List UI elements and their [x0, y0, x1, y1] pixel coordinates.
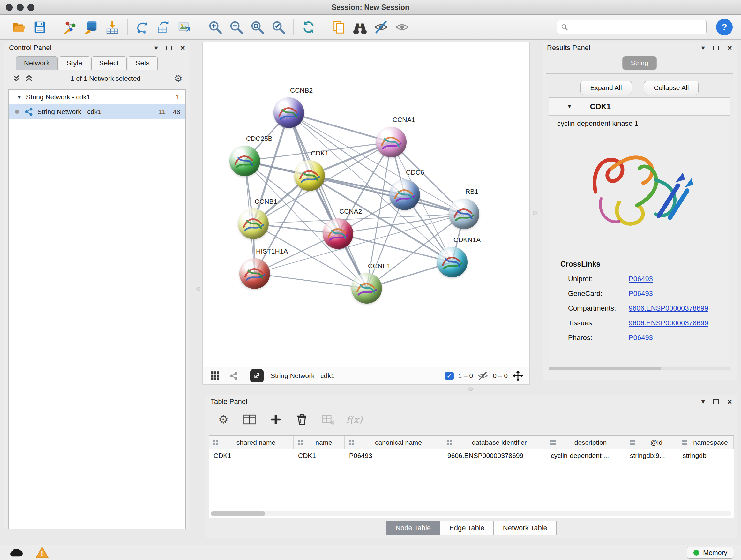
network-node-ccnb2[interactable] [273, 98, 304, 128]
table-horizontal-scrollbar[interactable] [211, 511, 731, 516]
import-network-file-button[interactable] [61, 18, 79, 37]
close-panel-icon[interactable]: × [727, 398, 732, 405]
network-node-ccne1[interactable] [351, 273, 382, 304]
zoom-fit-button[interactable] [248, 18, 266, 37]
network-node-cdk1[interactable] [294, 160, 325, 191]
network-node-cdc25b[interactable] [229, 145, 260, 176]
network-node-rb1[interactable] [449, 199, 479, 229]
function-builder-button-disabled[interactable]: f(x) [347, 412, 362, 427]
export-image-button[interactable] [176, 18, 194, 37]
expand-all-tree-icon[interactable] [24, 74, 34, 83]
splitter-handle[interactable] [196, 287, 200, 291]
tree-expander-icon[interactable]: ▼ [17, 95, 22, 100]
help-button[interactable]: ? [716, 19, 733, 36]
zoom-in-button[interactable] [206, 18, 224, 37]
cell-shared-name[interactable]: CDK1 [209, 449, 293, 462]
network-node-ccna2[interactable] [323, 219, 353, 249]
cell-canonical-name[interactable]: P06493 [345, 449, 443, 462]
tab-edge-table[interactable]: Edge Table [440, 521, 494, 535]
delete-column-button[interactable] [294, 412, 310, 427]
panel-menu-icon[interactable]: ▾ [154, 44, 158, 51]
crosslink-uniprot-link[interactable]: P06493 [629, 275, 653, 283]
table-options-gear-icon[interactable]: ⚙ [216, 412, 231, 427]
float-panel-icon[interactable] [713, 46, 719, 51]
cell-namespace[interactable]: stringdb [678, 449, 734, 462]
show-graphics-details-button[interactable] [393, 18, 411, 37]
pan-move-icon[interactable] [512, 370, 524, 381]
float-panel-icon[interactable] [713, 399, 719, 404]
gene-name: CDK1 [590, 102, 611, 111]
open-session-button[interactable] [10, 18, 28, 37]
close-panel-icon[interactable]: × [180, 44, 185, 51]
network-collection-row[interactable]: ▼ String Network - cdk1 1 [9, 90, 185, 105]
network-node-cdkn1a[interactable] [437, 247, 468, 277]
tab-node-table[interactable]: Node Table [386, 521, 440, 535]
node-section-header[interactable]: ▼ CDK1 [549, 98, 730, 116]
search-network-button[interactable] [351, 18, 369, 37]
collapse-all-tree-icon[interactable] [11, 74, 21, 83]
zoom-out-button[interactable] [227, 18, 246, 37]
delete-table-button-disabled[interactable] [320, 412, 336, 427]
table-row[interactable]: CDK1 CDK1 P06493 9606.ENSP00000378699 cy… [209, 449, 734, 462]
hide-graphics-details-button[interactable] [372, 18, 390, 37]
crosslink-pharos-link[interactable]: P06493 [629, 334, 653, 342]
search-input[interactable] [568, 23, 702, 31]
panel-menu-icon[interactable]: ▾ [701, 398, 705, 405]
new-network-button[interactable] [133, 18, 152, 37]
network-collection-label: String Network - cdk1 [26, 93, 90, 101]
crosslink-tissues-link[interactable]: 9606.ENSP00000378699 [629, 319, 709, 327]
open-in-new-window-button[interactable] [250, 369, 264, 382]
tab-select[interactable]: Select [91, 56, 127, 70]
cell-description[interactable]: cyclin-dependent ... [546, 449, 625, 462]
column-header-id[interactable]: @id [625, 436, 678, 449]
cell-id[interactable]: stringdb:9... [625, 449, 678, 462]
tab-network-table[interactable]: Network Table [494, 521, 556, 535]
close-panel-icon[interactable]: × [727, 44, 732, 51]
network-overview-button[interactable] [227, 369, 240, 382]
plus-icon [269, 413, 282, 426]
column-header-shared-name[interactable]: shared name [209, 436, 293, 449]
cell-name[interactable]: CDK1 [293, 449, 345, 462]
memory-button[interactable]: Memory [687, 547, 734, 559]
expand-all-button[interactable]: Expand All [581, 81, 632, 95]
section-expander-icon[interactable]: ▼ [567, 104, 572, 110]
tab-network[interactable]: Network [16, 56, 58, 70]
network-row-selected[interactable]: String Network - cdk1 11 48 [9, 105, 185, 119]
tab-sets[interactable]: Sets [128, 56, 158, 70]
save-session-button[interactable] [30, 18, 49, 37]
network-options-gear-icon[interactable]: ⚙ [174, 73, 183, 84]
zoom-selected-button[interactable] [269, 18, 287, 37]
network-node-cdc6[interactable] [389, 179, 420, 210]
column-header-name[interactable]: name [293, 436, 345, 449]
panel-menu-icon[interactable]: ▾ [701, 44, 705, 51]
tab-style[interactable]: Style [59, 56, 90, 70]
tab-string[interactable]: String [623, 56, 657, 70]
column-header-canonical-name[interactable]: canonical name [345, 436, 443, 449]
cloud-status-button[interactable] [7, 546, 25, 559]
crosslink-compartments-link[interactable]: 9606.ENSP00000378699 [629, 304, 709, 313]
scrollbar-thumb[interactable] [211, 511, 265, 516]
import-network-database-button[interactable] [82, 18, 100, 37]
float-panel-icon[interactable] [166, 46, 172, 51]
splitter-handle[interactable] [533, 211, 537, 215]
column-header-namespace[interactable]: namespace [678, 436, 734, 449]
clone-network-button[interactable] [154, 18, 173, 37]
birds-eye-view-button[interactable] [208, 369, 222, 382]
splitter-handle[interactable] [468, 387, 473, 391]
column-header-database-identifier[interactable]: database identifier [443, 436, 546, 449]
network-node-ccnb1[interactable] [238, 208, 269, 239]
collapse-all-button[interactable]: Collapse All [644, 81, 699, 95]
refresh-view-button[interactable] [299, 18, 318, 37]
show-columns-button[interactable] [242, 412, 257, 427]
cell-database-identifier[interactable]: 9606.ENSP00000378699 [443, 449, 546, 462]
column-header-description[interactable]: description [546, 436, 625, 449]
network-node-ccna1[interactable] [376, 127, 407, 158]
warnings-button[interactable]: ! [33, 546, 51, 559]
crosslink-genecard-link[interactable]: P06493 [629, 290, 653, 298]
results-horizontal-scrollbar[interactable] [549, 367, 731, 370]
network-node-hist1h1a[interactable] [239, 258, 270, 289]
create-column-button[interactable] [268, 412, 283, 427]
network-canvas[interactable]: CCNB2CCNA1CDC25BCDK1CDC6RB1CCNB1CCNA2CDK… [203, 42, 529, 367]
import-table-button[interactable] [103, 18, 122, 37]
copy-document-button[interactable] [330, 18, 348, 37]
